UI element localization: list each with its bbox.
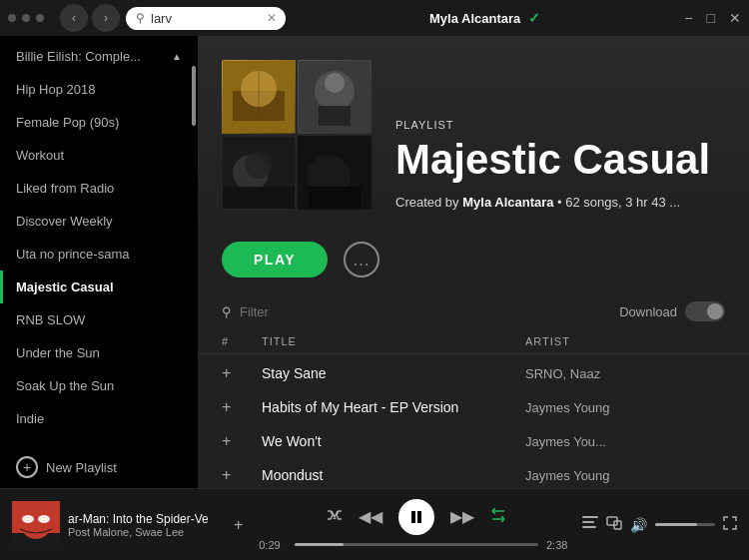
user-section[interactable]: Myla Alcantara ✓: [429, 10, 540, 26]
search-clear-icon[interactable]: ✕: [267, 11, 277, 25]
total-time: 2:38: [546, 539, 574, 551]
player-center: ◀◀ ▶▶ 0:29 2:38: [259, 499, 574, 551]
back-button[interactable]: ‹: [60, 4, 88, 32]
play-pause-button[interactable]: [398, 499, 434, 535]
username: Myla Alcantara: [429, 11, 520, 26]
download-section: Download: [619, 301, 725, 321]
svg-rect-6: [319, 106, 351, 126]
player-track-name: ar-Man: Into the Spider-Ve: [68, 512, 226, 526]
sidebar-item-majestic[interactable]: Majestic Casual: [0, 271, 198, 303]
col-title-header: TITLE: [262, 335, 525, 347]
song-num-1: +: [222, 364, 262, 382]
add-song-icon-1[interactable]: +: [222, 364, 231, 382]
sidebar-items: Billie Eilish: Comple... ▲ Hip Hop 2018 …: [0, 36, 198, 446]
play-button[interactable]: PLAY: [222, 242, 328, 278]
nav-arrows: ‹ ›: [60, 4, 120, 32]
svg-rect-20: [411, 511, 415, 523]
player-track-info: ar-Man: Into the Spider-Ve Post Malone, …: [68, 512, 226, 538]
search-icon: ⚲: [136, 11, 145, 25]
song-artist-2: Jaymes Young: [525, 400, 725, 415]
add-song-icon-3[interactable]: +: [222, 432, 231, 450]
sidebar-item-femalepop[interactable]: Female Pop (90s): [0, 106, 198, 139]
plus-circle-icon: +: [16, 456, 38, 478]
art-cell-3: [222, 136, 296, 210]
close-button[interactable]: ✕: [729, 10, 741, 26]
main-panel: PLAYLIST Majestic Casual Created by Myla…: [198, 36, 749, 488]
art-cell-4: [298, 136, 372, 210]
add-song-icon-4[interactable]: +: [222, 466, 231, 484]
filter-input-wrap[interactable]: ⚲: [222, 304, 407, 319]
art-cell-2: [298, 60, 372, 134]
queue-button[interactable]: [582, 516, 598, 533]
volume-bar[interactable]: [655, 523, 715, 526]
main-content: Billie Eilish: Comple... ▲ Hip Hop 2018 …: [0, 36, 749, 488]
song-row[interactable]: + Habits of My Heart - EP Version Jaymes…: [198, 390, 749, 424]
playlist-info: PLAYLIST Majestic Casual Created by Myla…: [395, 119, 725, 210]
add-to-library-button[interactable]: +: [234, 516, 243, 534]
new-playlist-button[interactable]: + New Playlist: [0, 446, 198, 488]
svg-rect-14: [309, 187, 361, 209]
sidebar-item-underthesun[interactable]: Under the Sun: [0, 336, 198, 369]
svg-rect-24: [582, 526, 596, 528]
fullscreen-button[interactable]: [723, 516, 737, 533]
sidebar-scrollbar[interactable]: [192, 66, 196, 126]
player-controls: ◀◀ ▶▶: [327, 499, 506, 535]
volume-button[interactable]: 🔊: [630, 517, 647, 533]
more-options-button[interactable]: …: [344, 242, 379, 278]
title-bar-left: ‹ › ⚲ ✕: [8, 4, 286, 32]
sidebar: Billie Eilish: Comple... ▲ Hip Hop 2018 …: [0, 36, 198, 488]
song-artist-4: Jaymes Young: [525, 468, 725, 483]
song-num-3: +: [222, 432, 262, 450]
svg-rect-22: [582, 516, 598, 518]
repeat-button[interactable]: [490, 507, 506, 527]
toggle-thumb: [707, 303, 723, 319]
shuffle-button[interactable]: [327, 507, 343, 527]
col-num-header: #: [222, 335, 262, 347]
svg-point-18: [22, 515, 34, 523]
col-artist-header: ARTIST: [525, 335, 725, 347]
search-input[interactable]: [151, 11, 261, 26]
sidebar-item-itshit[interactable]: It's a Hit! ▼: [0, 435, 198, 446]
next-button[interactable]: ▶▶: [450, 507, 474, 526]
progress-row: 0:29 2:38: [259, 539, 574, 551]
art-cell-1: [222, 60, 296, 134]
progress-fill: [295, 543, 344, 546]
chevron-up-icon: ▲: [172, 51, 182, 62]
playlist-label: PLAYLIST: [395, 119, 725, 131]
download-toggle[interactable]: [685, 301, 725, 321]
previous-button[interactable]: ◀◀: [359, 507, 382, 526]
song-artist-3: Jaymes You...: [525, 434, 725, 449]
song-row[interactable]: + We Won't Jaymes You...: [198, 424, 749, 458]
filter-search-icon: ⚲: [222, 304, 232, 319]
song-num-2: +: [222, 398, 262, 416]
devices-button[interactable]: [606, 516, 622, 533]
volume-fill: [655, 523, 697, 526]
table-header: # TITLE ARTIST: [198, 329, 749, 354]
window-dot-2: [22, 14, 30, 22]
sidebar-item-discover[interactable]: Discover Weekly: [0, 205, 198, 238]
sidebar-item-workout[interactable]: Workout: [0, 139, 198, 172]
maximize-button[interactable]: □: [707, 10, 715, 26]
progress-bar[interactable]: [295, 543, 538, 546]
filter-input[interactable]: [240, 304, 407, 319]
sidebar-item-indie[interactable]: Indie: [0, 402, 198, 435]
playlist-header: PLAYLIST Majestic Casual Created by Myla…: [198, 36, 749, 226]
song-artist-1: SRNO, Naaz: [525, 366, 725, 381]
minimize-button[interactable]: −: [684, 10, 692, 26]
search-bar[interactable]: ⚲ ✕: [126, 7, 286, 30]
sidebar-item-soakupsun[interactable]: Soak Up the Sun: [0, 369, 198, 402]
sidebar-item-rnb[interactable]: RNB SLOW: [0, 303, 198, 336]
svg-point-10: [245, 151, 273, 179]
sidebar-item-uta[interactable]: Uta no prince-sama: [0, 238, 198, 271]
sidebar-item-hiphop[interactable]: Hip Hop 2018: [0, 73, 198, 106]
add-song-icon-2[interactable]: +: [222, 398, 231, 416]
forward-button[interactable]: ›: [92, 4, 120, 32]
window-dot-1: [8, 14, 16, 22]
filter-row: ⚲ Download: [198, 293, 749, 329]
song-row[interactable]: + Moondust Jaymes Young: [198, 458, 749, 488]
song-row[interactable]: + Stay Sane SRNO, Naaz: [198, 356, 749, 390]
window-dot-3: [36, 14, 44, 22]
sidebar-item-liked[interactable]: Liked from Radio: [0, 172, 198, 205]
sidebar-item-billie[interactable]: Billie Eilish: Comple... ▲: [0, 40, 198, 73]
player-right: 🔊: [582, 516, 737, 533]
